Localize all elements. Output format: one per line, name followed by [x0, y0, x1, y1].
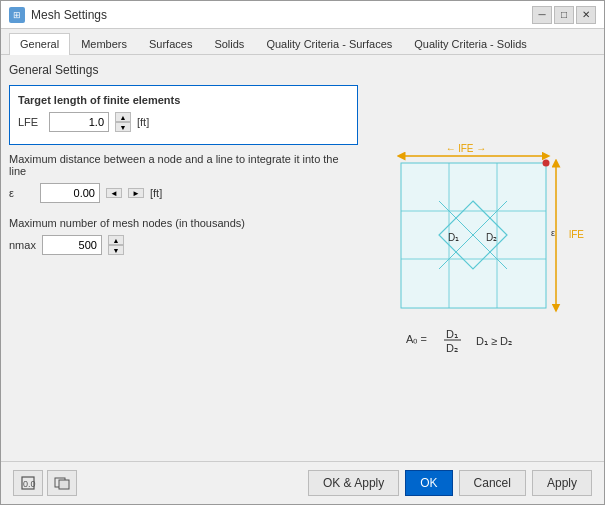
svg-text:D₁: D₁ — [446, 328, 458, 340]
tab-solids[interactable]: Solids — [203, 33, 255, 54]
svg-text:D₁: D₁ — [448, 232, 459, 243]
nmax-desc: Maximum number of mesh nodes (in thousan… — [9, 217, 358, 229]
svg-text:D₂: D₂ — [446, 342, 458, 354]
lfe-row: LFE ▲ ▼ [ft] — [18, 112, 349, 132]
svg-text:lFE: lFE — [569, 229, 584, 240]
right-panel: ← lFE → D₁ D₂ — [366, 63, 596, 453]
title-bar: ⊞ Mesh Settings ─ □ ✕ — [1, 1, 604, 29]
bottom-bar: 0.0 OK & Apply OK Cancel Apply — [1, 461, 604, 504]
left-panel: General Settings Target length of finite… — [9, 63, 358, 453]
epsilon-unit: [ft] — [150, 187, 162, 199]
mesh-diagram: ← lFE → D₁ D₂ — [376, 138, 586, 378]
tab-general[interactable]: General — [9, 33, 70, 55]
close-button[interactable]: ✕ — [576, 6, 596, 24]
cancel-button[interactable]: Cancel — [459, 470, 526, 496]
nmax-section: Maximum number of mesh nodes (in thousan… — [9, 217, 358, 259]
svg-text:A₀ =: A₀ = — [406, 333, 427, 345]
tab-quality-solids[interactable]: Quality Criteria - Solids — [403, 33, 537, 54]
bottom-right-buttons: OK & Apply OK Cancel Apply — [308, 470, 592, 496]
minimize-button[interactable]: ─ — [532, 6, 552, 24]
epsilon-desc: Maximum distance between a node and a li… — [9, 153, 358, 177]
maximize-button[interactable]: □ — [554, 6, 574, 24]
epsilon-left-arrow[interactable]: ◄ — [106, 188, 122, 198]
lfe-up-button[interactable]: ▲ — [115, 112, 131, 122]
icon-button-1[interactable]: 0.0 — [13, 470, 43, 496]
svg-text:← lFE →: ← lFE → — [446, 143, 487, 154]
lfe-spinner: ▲ ▼ — [115, 112, 131, 132]
nmax-up-button[interactable]: ▲ — [108, 235, 124, 245]
epsilon-section: Maximum distance between a node and a li… — [9, 153, 358, 207]
svg-text:0.0: 0.0 — [23, 479, 36, 489]
epsilon-input[interactable] — [40, 183, 100, 203]
tab-surfaces[interactable]: Surfaces — [138, 33, 203, 54]
svg-text:D₂: D₂ — [486, 232, 497, 243]
ok-apply-button[interactable]: OK & Apply — [308, 470, 399, 496]
section-title: General Settings — [9, 63, 358, 77]
svg-rect-24 — [59, 480, 69, 489]
apply-button[interactable]: Apply — [532, 470, 592, 496]
title-buttons: ─ □ ✕ — [532, 6, 596, 24]
lfe-label: LFE — [18, 116, 43, 128]
ok-button[interactable]: OK — [405, 470, 452, 496]
lfe-unit: [ft] — [137, 116, 149, 128]
lfe-down-button[interactable]: ▼ — [115, 122, 131, 132]
lfe-input[interactable] — [49, 112, 109, 132]
svg-point-14 — [543, 160, 550, 167]
epsilon-row: ε ◄ ► [ft] — [9, 183, 358, 203]
icon-button-2[interactable] — [47, 470, 77, 496]
main-window: ⊞ Mesh Settings ─ □ ✕ General Members Su… — [0, 0, 605, 505]
epsilon-label: ε — [9, 187, 34, 199]
nmax-down-button[interactable]: ▼ — [108, 245, 124, 255]
tab-bar: General Members Surfaces Solids Quality … — [1, 29, 604, 55]
target-length-group: Target length of finite elements LFE ▲ ▼… — [9, 85, 358, 145]
window-icon: ⊞ — [9, 7, 25, 23]
tab-quality-surfaces[interactable]: Quality Criteria - Surfaces — [255, 33, 403, 54]
group-label: Target length of finite elements — [18, 94, 349, 106]
nmax-input[interactable] — [42, 235, 102, 255]
title-bar-left: ⊞ Mesh Settings — [9, 7, 107, 23]
content-area: General Settings Target length of finite… — [1, 55, 604, 461]
nmax-label: nmax — [9, 239, 36, 251]
bottom-left-buttons: 0.0 — [13, 470, 77, 496]
tab-members[interactable]: Members — [70, 33, 138, 54]
nmax-row: nmax ▲ ▼ — [9, 235, 358, 255]
window-title: Mesh Settings — [31, 8, 107, 22]
svg-text:ε: ε — [551, 228, 555, 238]
nmax-spinner: ▲ ▼ — [108, 235, 124, 255]
epsilon-right-arrow[interactable]: ► — [128, 188, 144, 198]
svg-text:D₁ ≥ D₂: D₁ ≥ D₂ — [476, 335, 512, 347]
